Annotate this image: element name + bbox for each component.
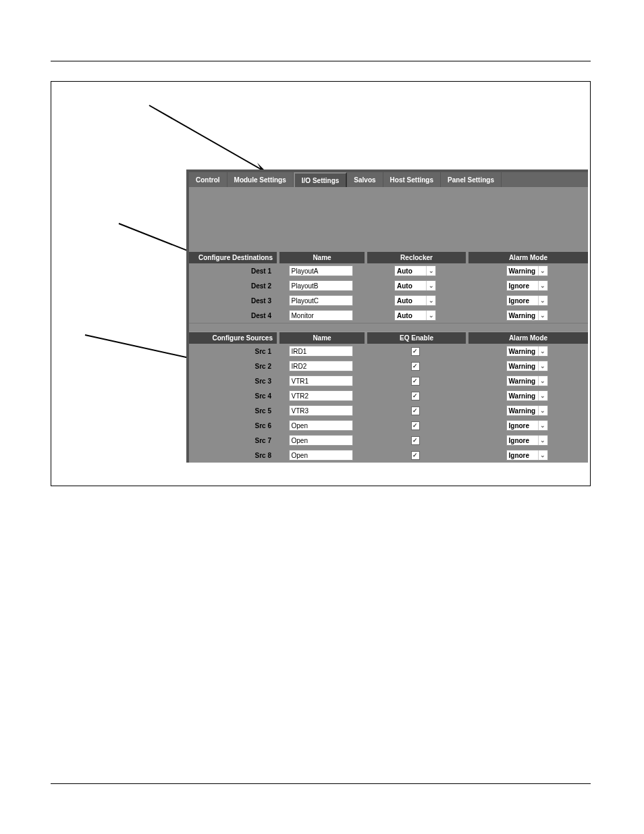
chevron-down-icon: ⌄ — [538, 311, 547, 320]
page-rule-top — [51, 61, 591, 61]
source-label: Src 5 — [189, 407, 277, 415]
source-label: Src 4 — [189, 392, 277, 400]
chevron-down-icon: ⌄ — [538, 346, 547, 356]
source-label: Src 7 — [189, 437, 277, 444]
alarm-mode-select[interactable]: Ignore⌄ — [506, 420, 548, 431]
alarm-mode-select[interactable]: Warning⌄ — [506, 346, 548, 357]
io-settings-content: Configure Destinations Name Reclocker Al… — [189, 187, 588, 463]
source-name-input[interactable] — [289, 420, 353, 431]
source-row: Src 5✓Warning⌄ — [189, 403, 588, 418]
destination-row: Dest 3Auto⌄Ignore⌄ — [189, 293, 588, 308]
chevron-down-icon: ⌄ — [538, 406, 547, 415]
destination-name-input[interactable] — [289, 295, 353, 306]
source-row: Src 2✓Warning⌄ — [189, 359, 588, 373]
source-name-input[interactable] — [289, 390, 353, 401]
tab-bar: Control Module Settings I/O Settings Sal… — [189, 172, 588, 187]
tab-io-settings[interactable]: I/O Settings — [294, 172, 348, 187]
destination-name-input[interactable] — [289, 265, 353, 276]
sources-col-alarm: Alarm Mode — [466, 332, 588, 344]
chevron-down-icon: ⌄ — [538, 296, 547, 305]
chevron-down-icon: ⌄ — [538, 376, 547, 386]
destination-name-input[interactable] — [289, 280, 353, 291]
alarm-mode-select[interactable]: Ignore⌄ — [506, 450, 548, 461]
eq-enable-checkbox[interactable]: ✓ — [411, 347, 420, 356]
chevron-down-icon: ⌄ — [538, 266, 547, 276]
chevron-down-icon: ⌄ — [538, 281, 547, 290]
tab-host-settings[interactable]: Host Settings — [383, 172, 441, 187]
destination-name-input[interactable] — [289, 310, 353, 321]
destination-label: Dest 4 — [189, 312, 277, 319]
app-panel: Control Module Settings I/O Settings Sal… — [186, 170, 588, 463]
chevron-down-icon: ⌄ — [538, 361, 547, 371]
chevron-down-icon: ⌄ — [426, 296, 435, 305]
tab-salvos[interactable]: Salvos — [347, 172, 383, 187]
source-name-input[interactable] — [289, 450, 353, 461]
sources-section-label: Configure Sources — [189, 334, 277, 342]
alarm-mode-select[interactable]: Warning⌄ — [506, 361, 548, 371]
source-name-input[interactable] — [289, 375, 353, 386]
alarm-mode-select[interactable]: Ignore⌄ — [506, 435, 548, 446]
chevron-down-icon: ⌄ — [426, 311, 435, 320]
alarm-mode-select[interactable]: Warning⌄ — [506, 405, 548, 416]
eq-enable-checkbox[interactable]: ✓ — [411, 451, 420, 460]
tab-panel-settings[interactable]: Panel Settings — [441, 172, 502, 187]
figure-frame: Control Module Settings I/O Settings Sal… — [51, 81, 591, 486]
source-row: Src 7✓Ignore⌄ — [189, 433, 588, 448]
alarm-mode-select[interactable]: Ignore⌄ — [506, 280, 548, 291]
alarm-mode-select[interactable]: Warning⌄ — [506, 375, 548, 386]
source-name-input[interactable] — [289, 361, 353, 371]
reclocker-select[interactable]: Auto⌄ — [394, 280, 436, 291]
reclocker-select[interactable]: Auto⌄ — [394, 265, 436, 276]
source-row: Src 6✓Ignore⌄ — [189, 418, 588, 433]
destination-row: Dest 1Auto⌄Warning⌄ — [189, 263, 588, 278]
destination-label: Dest 1 — [189, 267, 277, 275]
source-row: Src 1✓Warning⌄ — [189, 344, 588, 359]
source-row: Src 8✓Ignore⌄ — [189, 448, 588, 463]
destinations-col-reclocker: Reclocker — [365, 252, 466, 263]
destinations-header: Configure Destinations Name Reclocker Al… — [189, 252, 588, 263]
source-label: Src 2 — [189, 363, 277, 370]
source-label: Src 8 — [189, 452, 277, 459]
source-row: Src 4✓Warning⌄ — [189, 388, 588, 403]
source-name-input[interactable] — [289, 346, 353, 357]
eq-enable-checkbox[interactable]: ✓ — [411, 421, 420, 430]
alarm-mode-select[interactable]: Warning⌄ — [506, 310, 548, 321]
chevron-down-icon: ⌄ — [426, 281, 435, 290]
reclocker-select[interactable]: Auto⌄ — [394, 310, 436, 321]
alarm-mode-select[interactable]: Warning⌄ — [506, 390, 548, 401]
source-name-input[interactable] — [289, 405, 353, 416]
tab-module-settings[interactable]: Module Settings — [227, 172, 294, 187]
page-rule-bottom — [51, 783, 591, 784]
sources-col-eq-enable: EQ Enable — [365, 332, 466, 344]
eq-enable-checkbox[interactable]: ✓ — [411, 377, 420, 386]
tab-control[interactable]: Control — [189, 172, 227, 187]
chevron-down-icon: ⌄ — [538, 421, 547, 430]
destination-row: Dest 2Auto⌄Ignore⌄ — [189, 278, 588, 293]
destination-row: Dest 4Auto⌄Warning⌄ — [189, 308, 588, 323]
alarm-mode-select[interactable]: Ignore⌄ — [506, 295, 548, 306]
section-divider — [189, 323, 588, 332]
svg-line-0 — [149, 105, 267, 173]
eq-enable-checkbox[interactable]: ✓ — [411, 407, 420, 415]
destinations-col-name: Name — [277, 252, 365, 263]
sources-header: Configure Sources Name EQ Enable Alarm M… — [189, 332, 588, 344]
source-row: Src 3✓Warning⌄ — [189, 373, 588, 388]
sources-col-name: Name — [277, 332, 365, 344]
destination-label: Dest 3 — [189, 297, 277, 305]
chevron-down-icon: ⌄ — [538, 436, 547, 445]
destinations-section-label: Configure Destinations — [189, 254, 277, 261]
eq-enable-checkbox[interactable]: ✓ — [411, 362, 420, 371]
reclocker-select[interactable]: Auto⌄ — [394, 295, 436, 306]
source-name-input[interactable] — [289, 435, 353, 446]
chevron-down-icon: ⌄ — [426, 266, 435, 276]
destination-label: Dest 2 — [189, 282, 277, 290]
eq-enable-checkbox[interactable]: ✓ — [411, 436, 420, 445]
eq-enable-checkbox[interactable]: ✓ — [411, 392, 420, 400]
destinations-col-alarm: Alarm Mode — [466, 252, 588, 263]
chevron-down-icon: ⌄ — [538, 391, 547, 400]
alarm-mode-select[interactable]: Warning⌄ — [506, 265, 548, 276]
source-label: Src 6 — [189, 422, 277, 429]
source-label: Src 1 — [189, 348, 277, 355]
chevron-down-icon: ⌄ — [538, 450, 547, 460]
source-label: Src 3 — [189, 377, 277, 385]
